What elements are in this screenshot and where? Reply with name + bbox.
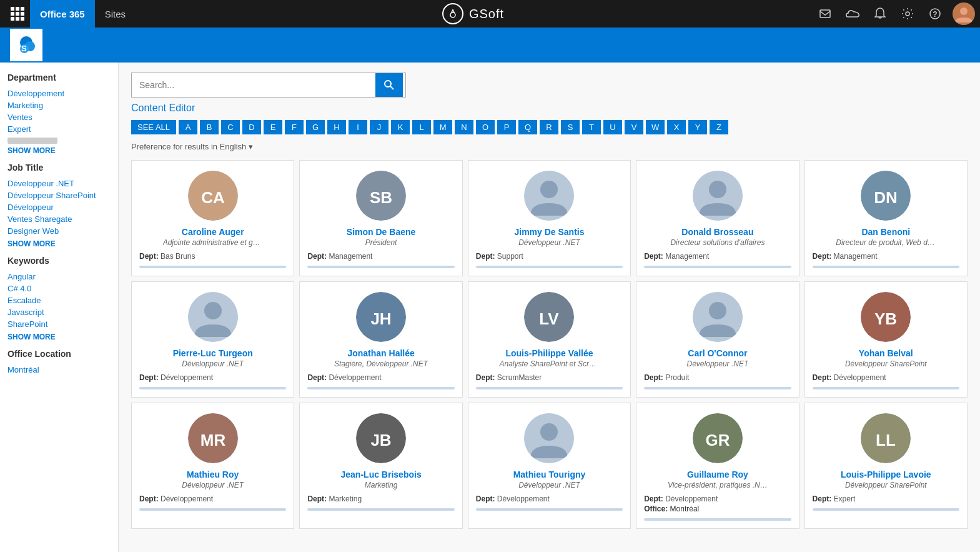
sidebar-item[interactable]: Designer Web <box>7 225 111 237</box>
search-input[interactable] <box>132 75 375 95</box>
person-card[interactable]: LL Louis-Philippe LavoieDéveloppeur Shar… <box>804 403 968 529</box>
svg-text:YB: YB <box>874 309 897 328</box>
alpha-U-button[interactable]: U <box>603 120 622 134</box>
alpha-S-button[interactable]: S <box>561 120 580 134</box>
person-name[interactable]: Louis-Philippe Lavoie <box>841 469 931 479</box>
sidebar-item[interactable]: Développeur .NET <box>7 178 111 189</box>
person-dept: Dept: Management <box>307 252 454 261</box>
person-name[interactable]: Simon De Baene <box>347 227 415 237</box>
alpha-K-button[interactable]: K <box>391 120 410 134</box>
person-name[interactable]: Mathieu Roy <box>187 469 239 479</box>
sidebar-item[interactable]: Développeur SharePoint <box>7 189 111 201</box>
alpha-J-button[interactable]: J <box>370 120 389 134</box>
alpha-A-button[interactable]: A <box>179 120 197 134</box>
person-card[interactable]: MR Mathieu RoyDéveloppeur .NETDept: Déve… <box>131 403 294 529</box>
alpha-Q-button[interactable]: Q <box>518 120 537 134</box>
person-card[interactable]: Jimmy De SantisDéveloppeur .NETDept: Sup… <box>468 160 631 276</box>
outlook-icon[interactable] <box>813 0 838 28</box>
person-name[interactable]: Jonathan Hallée <box>347 348 414 358</box>
person-name[interactable]: Donald Brosseau <box>681 227 753 237</box>
person-card[interactable]: GR Guillaume RoyVice-président, pratique… <box>636 403 799 529</box>
alpha-L-button[interactable]: L <box>412 120 431 134</box>
sidebar-item[interactable]: SharePoint <box>7 318 111 330</box>
person-title: Développeur .NET <box>687 359 749 368</box>
alpha-Z-button[interactable]: Z <box>710 120 728 134</box>
person-name[interactable]: Jimmy De Santis <box>514 227 584 237</box>
person-card[interactable]: Donald BrosseauDirecteur solutions d'aff… <box>636 160 799 276</box>
alpha-R-button[interactable]: R <box>540 120 558 134</box>
sites-link[interactable]: Sites <box>97 0 133 28</box>
waffle-menu[interactable] <box>5 0 30 28</box>
alpha-M-button[interactable]: M <box>433 120 452 134</box>
alpha-see-all-button[interactable]: SEE ALL <box>131 120 176 134</box>
sidebar-item[interactable]: C# 4.0 <box>7 283 111 294</box>
person-card[interactable]: JH Jonathan HalléeStagière, Développeur … <box>299 281 462 398</box>
person-name[interactable]: Dan Benoni <box>861 227 910 237</box>
alpha-F-button[interactable]: F <box>285 120 304 134</box>
person-card[interactable]: Carl O'ConnorDéveloppeur .NETDept: Produ… <box>636 281 799 398</box>
person-card[interactable]: CA Caroline AugerAdjointe administrative… <box>131 160 294 276</box>
person-name[interactable]: Carl O'Connor <box>688 348 747 358</box>
person-name[interactable]: Jean-Luc Brisebois <box>341 469 422 479</box>
person-name[interactable]: Guillaume Roy <box>687 469 748 479</box>
show-more-kw[interactable]: SHOW MORE <box>7 333 111 341</box>
show-more-job[interactable]: SHOW MORE <box>7 239 111 248</box>
notifications-icon[interactable] <box>868 0 893 28</box>
sidebar-item[interactable]: Escalade <box>7 294 111 306</box>
alpha-C-button[interactable]: C <box>221 120 240 134</box>
alpha-T-button[interactable]: T <box>582 120 601 134</box>
alpha-I-button[interactable]: I <box>349 120 367 134</box>
person-name[interactable]: Louis-Philippe Vallée <box>505 348 593 358</box>
person-card[interactable]: YB Yohan BelvalDéveloppeur SharePointDep… <box>804 281 968 398</box>
alpha-B-button[interactable]: B <box>200 120 219 134</box>
language-preference[interactable]: Preference for results in English ▾ <box>131 142 968 151</box>
alpha-V-button[interactable]: V <box>625 120 643 134</box>
alpha-X-button[interactable]: X <box>667 120 686 134</box>
person-name[interactable]: Mathieu Tourigny <box>513 469 586 479</box>
keywords-section-title: Keywords <box>7 256 111 266</box>
svg-text:GR: GR <box>705 431 730 449</box>
help-icon[interactable]: ? <box>923 0 948 28</box>
office365-link[interactable]: Office 365 <box>30 0 95 28</box>
alpha-Y-button[interactable]: Y <box>688 120 707 134</box>
person-name[interactable]: Pierre-Luc Turgeon <box>173 348 253 358</box>
people-grid: CA Caroline AugerAdjointe administrative… <box>131 160 968 529</box>
content-editor-title[interactable]: Content Editor <box>131 103 968 114</box>
person-title: Directeur de produit, Web desig... <box>836 238 936 247</box>
person-card[interactable]: SB Simon De BaenePrésidentDept: Manageme… <box>299 160 462 276</box>
person-name[interactable]: Caroline Auger <box>182 227 244 237</box>
alpha-P-button[interactable]: P <box>497 120 516 134</box>
sidebar-item[interactable]: Développeur <box>7 201 111 213</box>
person-card[interactable]: LV Louis-Philippe ValléeAnalyste SharePo… <box>468 281 631 398</box>
user-avatar[interactable] <box>953 3 975 25</box>
alpha-H-button[interactable]: H <box>327 120 346 134</box>
person-card[interactable]: Mathieu TourignyDéveloppeur .NETDept: Dé… <box>468 403 631 529</box>
alpha-D-button[interactable]: D <box>242 120 261 134</box>
settings-icon[interactable] <box>895 0 920 28</box>
sidebar-item[interactable]: Développement <box>7 88 111 99</box>
person-avatar: LL <box>861 413 911 463</box>
alpha-W-button[interactable]: W <box>646 120 665 134</box>
alpha-E-button[interactable]: E <box>264 120 282 134</box>
alpha-G-button[interactable]: G <box>306 120 325 134</box>
sidebar-item[interactable]: Marketing <box>7 99 111 111</box>
alpha-N-button[interactable]: N <box>455 120 473 134</box>
sidebar-item[interactable]: Ventes Sharegate <box>7 213 111 225</box>
sidebar-item[interactable]: Expert <box>7 123 111 135</box>
person-title: Marketing <box>365 481 398 489</box>
sidebar-item[interactable]: Ventes <box>7 111 111 123</box>
person-card[interactable]: Pierre-Luc TurgeonDéveloppeur .NETDept: … <box>131 281 294 398</box>
sharepoint-logo[interactable]: S <box>10 29 42 61</box>
person-dept: Dept: Produit <box>644 373 791 382</box>
svg-text:SB: SB <box>370 188 392 207</box>
onedrive-icon[interactable] <box>840 0 865 28</box>
person-name[interactable]: Yohan Belval <box>859 348 913 358</box>
show-more-dept[interactable]: SHOW MORE <box>7 146 111 155</box>
sidebar-item[interactable]: Javascript <box>7 306 111 318</box>
alpha-O-button[interactable]: O <box>476 120 495 134</box>
search-button[interactable] <box>375 73 403 97</box>
person-card[interactable]: JB Jean-Luc BriseboisMarketingDept: Mark… <box>299 403 462 529</box>
person-card[interactable]: DN Dan BenoniDirecteur de produit, Web d… <box>804 160 968 276</box>
sidebar-item[interactable]: Montréal <box>7 364 111 376</box>
sidebar-item[interactable]: Angular <box>7 271 111 283</box>
